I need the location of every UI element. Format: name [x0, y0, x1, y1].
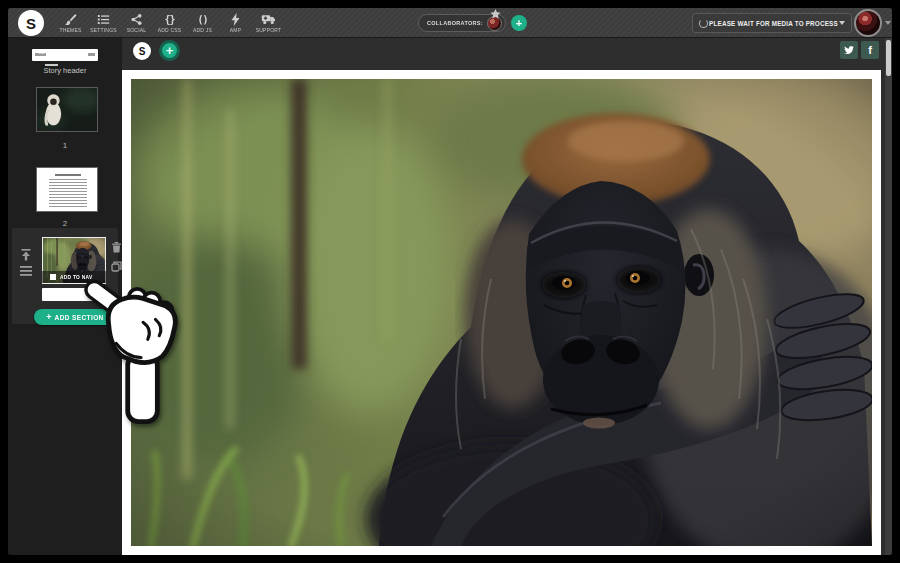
scrollbar-thumb[interactable] — [886, 40, 891, 76]
nav-label: ADD CSS — [158, 27, 182, 33]
twitter-share-button[interactable] — [840, 41, 858, 59]
story-header-label: Story header — [8, 66, 122, 75]
add-to-nav-checkbox[interactable] — [50, 274, 56, 280]
collaborators-group: COLLABORATORS: + — [418, 14, 527, 32]
nav-social[interactable]: SOCIAL — [120, 8, 153, 38]
trash-icon[interactable] — [111, 241, 122, 253]
text-heading-bar — [55, 174, 81, 176]
add-to-nav-row: ADD TO NAV — [42, 271, 106, 283]
nav-amp[interactable]: AMP — [219, 8, 252, 38]
nav-add-css[interactable]: {} ADD CSS — [153, 8, 186, 38]
section-thumbnail-2[interactable] — [36, 167, 98, 212]
section-thumbnail-1[interactable] — [36, 87, 98, 132]
drag-handle-icon[interactable] — [20, 266, 32, 276]
nav-support[interactable]: SUPPORT — [252, 8, 285, 38]
star-icon — [490, 9, 501, 19]
app-logo[interactable]: S — [18, 10, 44, 36]
section-1-number: 1 — [8, 141, 122, 150]
collaborators-pill[interactable]: COLLABORATORS: — [418, 14, 506, 32]
nav-add-js[interactable]: () ADD JS — [186, 8, 219, 38]
section-2-number: 2 — [8, 219, 122, 228]
nav-label: SUPPORT — [256, 27, 281, 33]
parens-icon: () — [197, 13, 207, 26]
nav-label: THEMES — [59, 27, 81, 33]
app-window: S THEMES SETTINGS SOCIAL { — [8, 8, 892, 555]
add-to-nav-label: ADD TO NAV — [60, 275, 92, 280]
collaborators-label: COLLABORATORS: — [427, 20, 483, 26]
section-1-title: The wisdom of our elders — [35, 51, 68, 66]
nav-label: SETTINGS — [90, 27, 117, 33]
top-toolbar: S THEMES SETTINGS SOCIAL { — [8, 8, 892, 38]
canvas-add-button[interactable]: + — [159, 40, 180, 61]
facebook-icon: f — [868, 44, 872, 56]
move-up-icon[interactable] — [20, 249, 32, 261]
field-text-right — [88, 53, 95, 56]
toolbar-nav: THEMES SETTINGS SOCIAL {} ADD CSS () A — [54, 8, 285, 38]
braces-icon: {} — [164, 13, 174, 26]
plus-icon: + — [46, 313, 51, 322]
chevron-down-icon — [839, 21, 845, 25]
section-name-input[interactable] — [42, 288, 106, 301]
status-text: PLEASE WAIT FOR MEDIA TO PROCESS — [708, 20, 839, 27]
lightning-icon — [230, 13, 241, 26]
status-dropdown[interactable]: PLEASE WAIT FOR MEDIA TO PROCESS — [692, 13, 852, 33]
collaborator-avatar[interactable] — [487, 16, 502, 31]
facebook-share-button[interactable]: f — [861, 41, 879, 59]
duplicate-icon[interactable] — [111, 261, 122, 272]
vertical-scrollbar[interactable] — [885, 38, 892, 555]
editor-canvas-area: S + f — [122, 38, 892, 555]
brush-icon — [64, 13, 77, 26]
add-collaborator-button[interactable]: + — [511, 15, 527, 31]
add-section-button[interactable]: + ADD SECTION — [34, 309, 116, 325]
sections-sidebar: Story header The wisdom of our elders 1 … — [8, 38, 122, 555]
user-menu-chevron-icon[interactable] — [885, 21, 891, 25]
twitter-icon — [843, 44, 855, 56]
nav-label: ADD JS — [193, 27, 212, 33]
nav-label: AMP — [230, 27, 241, 33]
ambulance-icon — [261, 13, 276, 26]
user-avatar[interactable] — [854, 9, 882, 37]
spinner-icon — [699, 19, 708, 28]
gorilla-hero-image — [131, 79, 872, 546]
canvas-logo: S — [133, 42, 151, 60]
story-page-canvas[interactable] — [122, 70, 881, 555]
list-icon — [97, 13, 110, 26]
nav-themes[interactable]: THEMES — [54, 8, 87, 38]
nav-settings[interactable]: SETTINGS — [87, 8, 120, 38]
nav-label: SOCIAL — [127, 27, 147, 33]
share-icon — [130, 13, 143, 26]
section-1-subtitle-bar — [45, 64, 58, 66]
text-lines — [49, 179, 87, 207]
